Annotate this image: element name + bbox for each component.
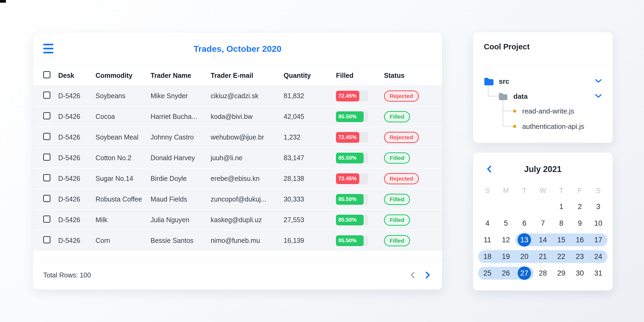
table-row: D-5426Robusta CoffeeMaud Fieldszuncopof@… (33, 189, 442, 209)
calendar-week-row: 11121314151617 (478, 232, 608, 248)
cell-commodity: Corn (96, 237, 151, 244)
day-number: 19 (502, 253, 510, 261)
next-page-icon[interactable] (424, 271, 431, 279)
file-bullet-icon (513, 109, 516, 113)
cell-status: Rejected (384, 132, 442, 143)
calendar-week-row: 18192021222324 (478, 248, 608, 265)
calendar-day-4[interactable]: 4 (478, 215, 497, 232)
calendar-day-18[interactable]: 18 (478, 248, 497, 265)
day-number: 5 (504, 219, 508, 228)
column-header-status: Status (384, 72, 442, 79)
selected-day-number: 27 (518, 266, 531, 280)
row-checkbox[interactable] (43, 92, 50, 99)
row-checkbox[interactable] (43, 215, 50, 223)
calendar-day-20[interactable]: 20 (515, 248, 534, 265)
calendar-week-row: 25262728293031 (478, 265, 608, 281)
row-checkbox[interactable] (43, 174, 50, 181)
cell-desk: D-5426 (58, 133, 96, 141)
filled-progress-bar: 85.50% (336, 111, 368, 122)
cell-trader-name: Johnny Castro (151, 133, 211, 141)
calendar-day-19[interactable]: 19 (497, 248, 515, 265)
status-badge: Rejected (384, 90, 419, 102)
calendar-day-5[interactable]: 5 (497, 215, 515, 232)
calendar-day-31[interactable]: 31 (589, 265, 608, 281)
filled-progress-value: 85.50% (336, 235, 364, 246)
filled-progress-bar: 85.50% (336, 215, 368, 225)
day-number: 1 (559, 203, 563, 211)
select-all-checkbox[interactable] (43, 71, 50, 78)
calendar-day-23[interactable]: 23 (570, 248, 589, 265)
calendar-day-15[interactable]: 15 (552, 232, 570, 248)
calendar-day-1[interactable]: 1 (552, 198, 570, 215)
tree-item-file[interactable]: authentication-api.js (473, 120, 613, 132)
filled-progress-value: 72.45% (336, 173, 359, 184)
calendar-day-27[interactable]: 27 (515, 265, 534, 281)
chevron-down-icon[interactable] (595, 78, 602, 85)
cell-quantity: 81,832 (284, 92, 336, 100)
calendar-day-14[interactable]: 14 (534, 232, 552, 248)
calendar-day-13[interactable]: 13 (515, 232, 534, 248)
tree-item-file[interactable]: read-and-write.js (473, 105, 613, 117)
filled-progress-value: 85.50% (336, 111, 364, 122)
day-number: 2 (578, 203, 582, 211)
calendar-day-25[interactable]: 25 (478, 265, 497, 281)
cell-trader-email: kaskeg@dupli.uz (211, 216, 284, 224)
calendar-day-28[interactable]: 28 (534, 265, 552, 281)
day-number: 29 (557, 269, 565, 277)
day-number: 22 (557, 253, 565, 261)
row-checkbox-cell (43, 112, 58, 121)
cell-trader-name: Bessie Santos (151, 237, 211, 244)
calendar-day-17[interactable]: 17 (589, 232, 608, 248)
calendar-day-3[interactable]: 3 (589, 198, 608, 215)
calendar-day-22[interactable]: 22 (552, 248, 570, 265)
calendar-day-24[interactable]: 24 (589, 248, 608, 265)
status-badge: Filled (384, 214, 410, 226)
row-checkbox[interactable] (43, 133, 50, 140)
row-checkbox[interactable] (43, 195, 50, 202)
table-row: D-5426CornBessie Santosnimo@funeb.mu16,1… (33, 230, 442, 251)
calendar-day-21[interactable]: 21 (534, 248, 552, 265)
calendar-day-6[interactable]: 6 (515, 215, 534, 232)
cell-filled: 85.50% (336, 111, 384, 122)
filled-progress-bar: 72.45% (336, 132, 368, 143)
cell-commodity: Cocoa (96, 113, 151, 120)
calendar-day-7[interactable]: 7 (534, 215, 552, 232)
weekday-header-row: SMTWTFS (478, 183, 608, 198)
tree-item-data[interactable]: data (473, 90, 613, 102)
day-number: 11 (484, 236, 491, 244)
cell-trader-email: nimo@funeb.mu (211, 237, 284, 244)
calendar-day-11[interactable]: 11 (478, 232, 497, 248)
calendar-day-10[interactable]: 10 (589, 215, 608, 232)
calendar-day-29[interactable]: 29 (552, 265, 570, 281)
calendar-day-12[interactable]: 12 (497, 232, 515, 248)
row-checkbox-cell (43, 153, 58, 162)
pagination (409, 271, 431, 279)
calendar-day-8[interactable]: 8 (552, 215, 570, 232)
prev-page-icon[interactable] (409, 271, 416, 279)
cell-trader-name: Julia Nguyen (151, 216, 211, 224)
chevron-down-icon[interactable] (595, 93, 602, 100)
calendar-day-16[interactable]: 16 (570, 232, 589, 248)
calendar-day-30[interactable]: 30 (570, 265, 589, 281)
filled-progress-value: 85.50% (336, 215, 364, 225)
row-checkbox-cell (43, 133, 58, 142)
filled-progress-bar: 72.45% (336, 91, 368, 101)
day-number: 31 (594, 269, 602, 277)
row-checkbox[interactable] (43, 112, 50, 119)
calendar-day-9[interactable]: 9 (570, 215, 589, 232)
calendar-day-26[interactable]: 26 (497, 265, 515, 281)
folder-label-data: data (513, 92, 528, 101)
tree-item-src[interactable]: src (473, 75, 613, 87)
cell-status: Filled (384, 194, 442, 205)
cell-trader-name: Maud Fields (151, 195, 211, 203)
cell-desk: D-5426 (58, 92, 96, 100)
weekday-label: M (497, 183, 515, 198)
calendar-day-2[interactable]: 2 (570, 198, 589, 215)
cell-commodity: Milk (96, 216, 151, 224)
day-number: 10 (594, 219, 602, 228)
calendar-empty-cell (515, 198, 534, 215)
row-checkbox[interactable] (43, 236, 50, 243)
filled-progress-value: 72.45% (336, 91, 359, 101)
status-badge: Rejected (384, 132, 419, 143)
row-checkbox[interactable] (43, 153, 50, 161)
